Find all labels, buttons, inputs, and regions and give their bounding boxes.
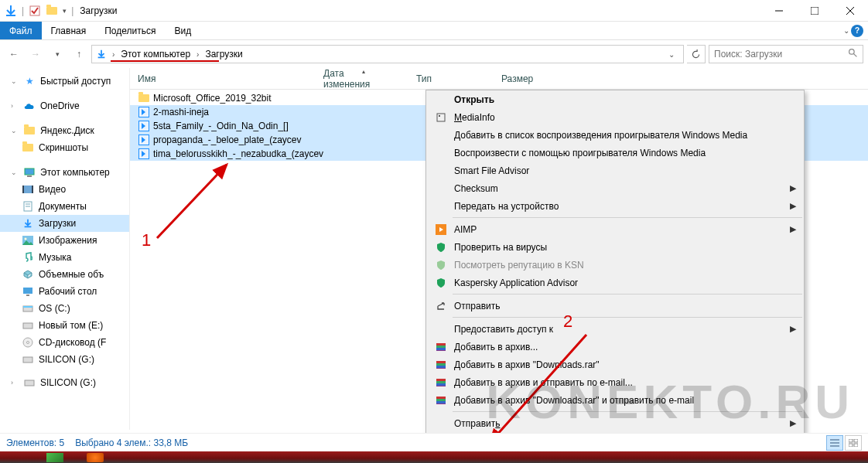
rar-icon <box>431 359 451 370</box>
svg-rect-44 <box>436 401 446 403</box>
nav-screenshots[interactable]: Скриншоты <box>0 139 129 156</box>
close-button[interactable] <box>832 0 868 22</box>
nav-label: Быстрый доступ <box>40 76 111 87</box>
tab-share[interactable]: Поделиться <box>95 22 165 39</box>
menu-scan[interactable]: Проверить на вирусы <box>426 238 804 256</box>
folder-icon[interactable] <box>46 5 58 17</box>
nav-onedrive[interactable]: ›OneDrive <box>0 97 129 114</box>
taskbar <box>0 451 868 463</box>
ribbon-collapse-icon[interactable]: ⌄ <box>843 26 849 35</box>
breadcrumb-this-pc[interactable]: Этот компьютер <box>119 49 192 60</box>
menu-cast[interactable]: Передать на устройство▶ <box>426 197 804 215</box>
nav-back-button[interactable]: ← <box>5 45 23 63</box>
menu-wmp-addlist[interactable]: Добавить в список воспроизведения проигр… <box>426 126 804 144</box>
view-details-button[interactable] <box>826 435 843 451</box>
refresh-button[interactable] <box>687 45 706 63</box>
menu-archive-dl[interactable]: Добавить в архив "Downloads.rar" <box>426 356 804 373</box>
col-size[interactable]: Размер <box>501 73 564 84</box>
help-icon[interactable]: ? <box>851 25 863 37</box>
tab-home[interactable]: Главная <box>42 22 96 39</box>
search-box[interactable] <box>709 45 863 63</box>
menu-open[interactable]: Открыть <box>426 90 804 108</box>
aimp-icon <box>431 224 451 235</box>
menu-archive-add[interactable]: Добавить в архив... <box>426 338 804 356</box>
nav-this-pc[interactable]: ⌄Этот компьютер <box>0 164 129 181</box>
svg-rect-27 <box>439 115 440 117</box>
nav-3d[interactable]: Объемные объ <box>0 266 129 283</box>
nav-os-c[interactable]: OS (C:) <box>0 300 129 317</box>
menu-aimp[interactable]: AIMP▶ <box>426 220 804 238</box>
nav-quick-access[interactable]: ⌄★Быстрый доступ <box>0 73 129 90</box>
maximize-button[interactable] <box>797 0 832 22</box>
nav-vol-e[interactable]: Новый том (E:) <box>0 317 129 334</box>
shield-icon <box>431 260 451 271</box>
nav-cd-f[interactable]: CD-дисковод (F <box>0 334 129 351</box>
col-type[interactable]: Тип <box>416 73 501 84</box>
svg-rect-52 <box>849 444 853 447</box>
cube-icon <box>22 268 34 281</box>
col-name[interactable]: Имя▴ <box>138 73 323 84</box>
menu-checksum[interactable]: Checksum▶ <box>426 179 804 197</box>
nav-forward-button[interactable]: → <box>26 45 45 63</box>
nav-up-button[interactable]: ↑ <box>70 45 88 63</box>
taskbar-item[interactable] <box>46 453 63 462</box>
menu-kaa[interactable]: Kaspersky Application Advisor <box>426 274 804 291</box>
nav-label: Загрузки <box>39 218 76 229</box>
svg-rect-42 <box>436 397 446 399</box>
menu-share[interactable]: Отправить <box>426 297 804 315</box>
svg-rect-9 <box>22 186 33 193</box>
view-large-button[interactable] <box>845 435 862 451</box>
address-history-icon[interactable]: ⌄ <box>663 46 680 63</box>
svg-rect-35 <box>436 363 446 366</box>
menu-label: Передать на устройство <box>451 201 559 212</box>
ribbon-tabs: Файл Главная Поделиться Вид ⌄ ? <box>0 22 868 40</box>
menu-grantaccess[interactable]: Предоставить доступ к▶ <box>426 320 804 338</box>
chevron-right-icon[interactable]: › <box>195 50 200 59</box>
media-file-icon <box>138 106 150 118</box>
nav-desktop[interactable]: Рабочий стол <box>0 283 129 300</box>
qat-dropdown-icon[interactable]: ▾ <box>63 7 67 15</box>
column-headers: Имя▴ Дата изменения Тип Размер <box>130 68 868 90</box>
menu-sfa[interactable]: Smart File Advisor <box>426 162 804 179</box>
tab-view[interactable]: Вид <box>165 22 200 39</box>
submenu-arrow-icon: ▶ <box>790 324 796 334</box>
svg-rect-21 <box>23 323 32 329</box>
nav-recent-icon[interactable]: ▾ <box>48 45 67 63</box>
svg-rect-18 <box>26 294 29 296</box>
rar-icon <box>431 342 451 352</box>
svg-rect-36 <box>436 366 446 368</box>
media-file-icon <box>138 134 150 146</box>
address-bar[interactable]: › Этот компьютер › Загрузки ⌄ <box>91 45 684 63</box>
svg-rect-25 <box>25 380 34 386</box>
nav-downloads[interactable]: Загрузки <box>0 215 129 232</box>
nav-silicon-g[interactable]: SILICON (G:) <box>0 351 129 368</box>
menu-ksn: Посмотреть репутацию в KSN <box>426 256 804 274</box>
nav-silicon-g-2[interactable]: ›SILICON (G:) <box>0 374 129 391</box>
menu-label: Предоставить доступ к <box>451 324 553 335</box>
minimize-button[interactable] <box>761 0 797 22</box>
breadcrumb-downloads[interactable]: Загрузки <box>203 49 244 60</box>
nav-documents[interactable]: Документы <box>0 198 129 215</box>
taskbar-item[interactable] <box>87 453 104 462</box>
search-input[interactable] <box>714 49 848 60</box>
menu-label: Посмотреть репутацию в KSN <box>451 260 584 271</box>
svg-rect-51 <box>854 439 858 442</box>
nav-label: Новый том (E:) <box>39 320 103 331</box>
chevron-right-icon[interactable]: › <box>111 50 116 59</box>
nav-video[interactable]: Видео <box>0 181 129 198</box>
menu-mediainfo[interactable]: MediaInfo <box>426 108 804 126</box>
nav-yandex[interactable]: ⌄Яндекс.Диск <box>0 122 129 139</box>
submenu-arrow-icon: ▶ <box>790 201 796 211</box>
col-date[interactable]: Дата изменения <box>323 68 416 90</box>
nav-music[interactable]: Музыка <box>0 249 129 266</box>
svg-line-45 <box>157 165 227 238</box>
svg-rect-39 <box>436 381 446 383</box>
status-bar: Элементов: 5 Выбрано 4 элем.: 33,8 МБ <box>0 433 868 451</box>
tab-file[interactable]: Файл <box>0 22 42 39</box>
nav-pictures[interactable]: Изображения <box>0 232 129 249</box>
mediainfo-icon <box>431 112 451 123</box>
menu-wmp-play[interactable]: Воспроизвести с помощью проигрывателя Wi… <box>426 144 804 162</box>
search-icon[interactable] <box>848 48 858 60</box>
qat-checkbox-icon[interactable] <box>29 5 41 17</box>
rar-icon <box>431 377 451 388</box>
